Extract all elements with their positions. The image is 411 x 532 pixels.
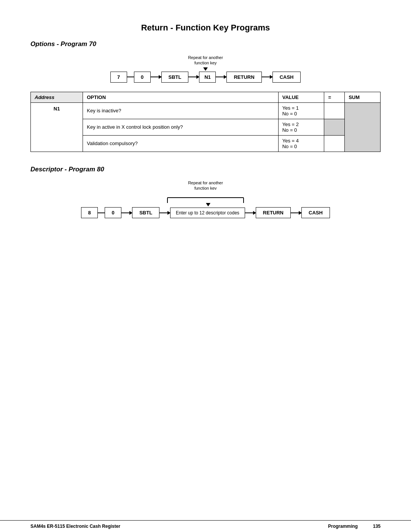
arrow2-2 [159, 212, 170, 213]
diagram1-note: Repeat for another function key [188, 55, 223, 66]
box-return-2: RETURN [256, 207, 291, 218]
diagram1: Repeat for another function key 7 0 SBTL… [30, 55, 381, 83]
table-row-1c: Validation compulsory? Yes = 4No = 0 [31, 135, 381, 152]
footer-right: Programming 135 [328, 524, 381, 529]
box-7: 7 [110, 72, 127, 83]
th-value: VALUE [278, 92, 324, 102]
box-sbtl: SBTL [161, 72, 189, 83]
diagram1-arrow-down [203, 67, 208, 71]
cell-eq-2 [324, 119, 345, 135]
box-0-2: 0 [105, 207, 121, 218]
section1-title: Options - Program 70 [30, 40, 381, 48]
footer-page: 135 [373, 524, 381, 529]
box-descriptor: Enter up to 12 descriptor codes [170, 208, 245, 218]
table-row-1b: Key in active in X control lock position… [31, 119, 381, 135]
cell-eq-1 [324, 102, 345, 119]
diagram2-curve-svg [164, 192, 247, 203]
cell-option-3: Validation compulsory? [83, 135, 278, 152]
diagram2-arrow-down [206, 203, 210, 206]
arrow2-1 [121, 212, 132, 213]
arrow2-3 [245, 212, 256, 213]
table-row-1a: N1 Key is inactive? Yes = 1No = 0 [31, 102, 381, 119]
options-table: Address OPTION VALUE = SUM N1 Key is ina… [30, 92, 381, 152]
th-address: Address [31, 92, 83, 102]
footer-left: SAM4s ER-5115 Electronic Cash Register [30, 524, 120, 529]
arrow4 [262, 77, 272, 77]
box-cash2: CASH [301, 207, 330, 218]
th-equals: = [324, 92, 345, 102]
cell-option-1: Key is inactive? [83, 102, 278, 119]
diagram2-row: 8 0 SBTL Enter up to 12 descriptor codes… [81, 207, 330, 218]
th-sum: SUM [345, 92, 381, 102]
cell-value-3: Yes = 4No = 0 [278, 135, 324, 152]
main-title: Return - Function Key Programs [30, 23, 381, 33]
diagram2-note: Repeat for another function kev [188, 180, 223, 191]
cell-address-n1: N1 [31, 102, 83, 152]
cell-value-1: Yes = 1No = 0 [278, 102, 324, 119]
conn2 [98, 212, 105, 213]
connector [127, 77, 134, 77]
box-n1: N1 [199, 72, 216, 83]
arrow2 [188, 77, 199, 77]
section2-title: Descriptor - Program 80 [30, 166, 381, 173]
box-return: RETURN [226, 72, 261, 83]
box-8: 8 [81, 207, 98, 218]
box-cash1: CASH [272, 72, 301, 83]
box-sbtl-2: SBTL [132, 207, 159, 218]
arrow1 [151, 77, 161, 77]
arrow2-4 [291, 212, 301, 213]
arrow3 [216, 77, 226, 77]
cell-eq-3 [324, 135, 345, 152]
th-option: OPTION [83, 92, 278, 102]
diagram1-row: 7 0 SBTL N1 RETURN CASH [110, 72, 301, 83]
cell-value-2: Yes = 2No = 0 [278, 119, 324, 135]
box-0: 0 [134, 72, 151, 83]
diagram2: Repeat for another function kev 8 0 [30, 180, 381, 219]
cell-sum [345, 102, 381, 152]
footer: SAM4s ER-5115 Electronic Cash Register P… [0, 520, 411, 532]
footer-label: Programming [328, 524, 358, 529]
cell-option-2: Key in active in X control lock position… [83, 119, 278, 135]
